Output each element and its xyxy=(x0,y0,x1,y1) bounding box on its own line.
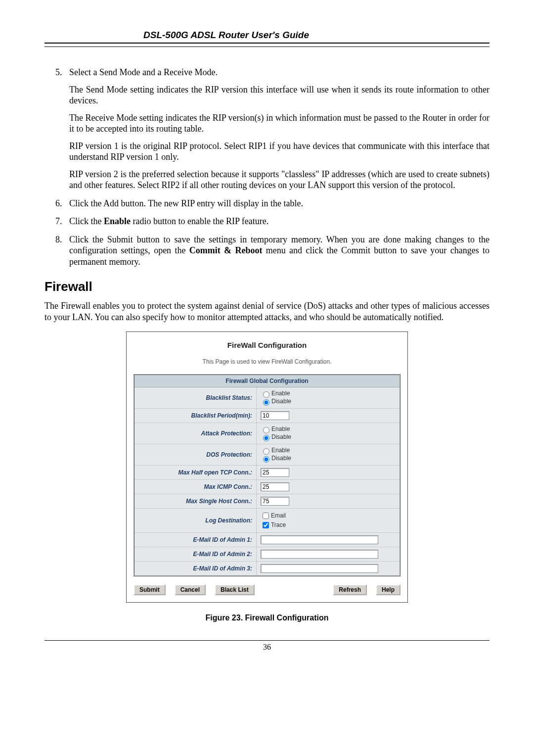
table-row: E-Mail ID of Admin 1: xyxy=(134,533,400,547)
list-item-8: Click the Submit button to save the sett… xyxy=(64,234,490,268)
label-dos-protection: DOS Protection: xyxy=(134,444,256,466)
table-row: Log Destination: Email Trace xyxy=(134,509,400,533)
checkbox-log-trace[interactable] xyxy=(263,522,269,528)
firewall-config-table: Firewall Global Configuration Blacklist … xyxy=(134,374,400,576)
page-number: 36 xyxy=(263,643,271,651)
firewall-config-title: FireWall Configuration xyxy=(134,341,400,349)
table-row: Max Half open TCP Conn.: xyxy=(134,466,400,480)
checkbox-trace-label: Trace xyxy=(271,521,286,528)
radio-blacklist-disable[interactable] xyxy=(263,399,269,406)
input-email2[interactable] xyxy=(261,550,378,559)
instruction-list: Select a Send Mode and a Receive Mode. T… xyxy=(44,67,490,267)
list-item-8b: Commit & Reboot xyxy=(189,245,263,255)
header-rule-thin xyxy=(44,47,490,47)
page-footer: 36 xyxy=(44,640,490,652)
table-row: Max ICMP Conn.: xyxy=(134,480,400,494)
radio-attack-disable-wrap[interactable]: Disable xyxy=(261,433,291,440)
firewall-config-panel: FireWall Configuration This Page is used… xyxy=(126,331,408,603)
checkbox-log-email-wrap[interactable]: Email xyxy=(261,512,286,519)
input-max-half-tcp[interactable] xyxy=(261,468,289,477)
section-para-firewall: The Firewall enables you to protect the … xyxy=(44,300,490,323)
list-item-7a: Click the xyxy=(69,216,104,226)
submit-button[interactable]: Submit xyxy=(134,584,166,595)
radio-attack-enable-wrap[interactable]: Enable xyxy=(261,425,290,432)
radio-disable-label3: Disable xyxy=(271,455,291,462)
list-item-5-p1: The Send Mode setting indicates the RIP … xyxy=(69,84,490,106)
table-row: E-Mail ID of Admin 2: xyxy=(134,547,400,562)
radio-blacklist-disable-wrap[interactable]: Disable xyxy=(261,398,291,405)
table-row: Max Single Host Conn.: xyxy=(134,494,400,509)
label-max-half-tcp: Max Half open TCP Conn.: xyxy=(134,466,256,480)
doc-header-title: DSL-500G ADSL Router User's Guide xyxy=(143,30,490,43)
checkbox-log-email[interactable] xyxy=(263,513,269,519)
figure-caption: Figure 23. Firewall Configuration xyxy=(44,614,490,622)
table-row: DOS Protection: Enable Disable xyxy=(134,444,400,466)
label-blacklist-period: Blacklist Period(min): xyxy=(134,409,256,423)
list-item-6: Click the Add button. The new RIP entry … xyxy=(64,198,490,209)
list-item-7: Click the Enable radio button to enable … xyxy=(64,216,490,227)
input-max-icmp[interactable] xyxy=(261,482,289,491)
cancel-button[interactable]: Cancel xyxy=(175,584,206,595)
label-email3: E-Mail ID of Admin 3: xyxy=(134,562,256,576)
label-max-single-host: Max Single Host Conn.: xyxy=(134,494,256,509)
firewall-config-desc: This Page is used to view FireWall Confi… xyxy=(134,358,400,365)
radio-dos-disable[interactable] xyxy=(263,456,269,463)
blacklist-button[interactable]: Black List xyxy=(215,584,255,595)
list-item-5-p4: RIP version 2 is the preferred selection… xyxy=(69,169,490,191)
radio-dos-enable[interactable] xyxy=(263,448,269,455)
list-item-7c: radio button to enable the RIP feature. xyxy=(131,216,268,226)
radio-blacklist-enable-wrap[interactable]: Enable xyxy=(261,390,290,397)
input-email1[interactable] xyxy=(261,535,378,544)
table-row: Blacklist Period(min): xyxy=(134,409,400,423)
firewall-button-row: Submit Cancel Black List Refresh Help xyxy=(134,584,400,595)
list-item-7b: Enable xyxy=(104,216,131,226)
label-attack-protection: Attack Protection: xyxy=(134,423,256,444)
radio-attack-enable[interactable] xyxy=(263,427,269,433)
list-item-5-intro: Select a Send Mode and a Receive Mode. xyxy=(69,67,218,77)
input-email3[interactable] xyxy=(261,564,378,573)
radio-disable-label2: Disable xyxy=(271,433,291,440)
checkbox-email-label: Email xyxy=(271,512,286,519)
checkbox-log-trace-wrap[interactable]: Trace xyxy=(261,521,286,528)
header-rule-thick xyxy=(44,43,490,44)
label-blacklist-status: Blacklist Status: xyxy=(134,387,256,409)
list-item-5: Select a Send Mode and a Receive Mode. T… xyxy=(64,67,490,191)
radio-dos-enable-wrap[interactable]: Enable xyxy=(261,447,290,454)
radio-disable-label: Disable xyxy=(271,398,291,405)
list-item-5-p3: RIP version 1 is the original RIP protoc… xyxy=(69,141,490,163)
radio-enable-label: Enable xyxy=(271,390,290,397)
radio-dos-disable-wrap[interactable]: Disable xyxy=(261,455,291,462)
input-blacklist-period[interactable] xyxy=(261,411,289,420)
label-max-icmp: Max ICMP Conn.: xyxy=(134,480,256,494)
radio-attack-disable[interactable] xyxy=(263,435,269,441)
table-row: Attack Protection: Enable Disable xyxy=(134,423,400,444)
list-item-5-p2: The Receive Mode setting indicates the R… xyxy=(69,112,490,135)
help-button[interactable]: Help xyxy=(376,584,400,595)
input-max-single-host[interactable] xyxy=(261,497,289,506)
table-row: E-Mail ID of Admin 3: xyxy=(134,562,400,576)
label-log-destination: Log Destination: xyxy=(134,509,256,533)
label-email1: E-Mail ID of Admin 1: xyxy=(134,533,256,547)
firewall-table-header: Firewall Global Configuration xyxy=(134,375,400,387)
radio-blacklist-enable[interactable] xyxy=(263,391,269,398)
label-email2: E-Mail ID of Admin 2: xyxy=(134,547,256,562)
radio-enable-label3: Enable xyxy=(271,447,290,454)
refresh-button[interactable]: Refresh xyxy=(333,584,367,595)
section-heading-firewall: Firewall xyxy=(44,279,490,294)
table-row: Blacklist Status: Enable Disable xyxy=(134,387,400,409)
radio-enable-label2: Enable xyxy=(271,425,290,432)
